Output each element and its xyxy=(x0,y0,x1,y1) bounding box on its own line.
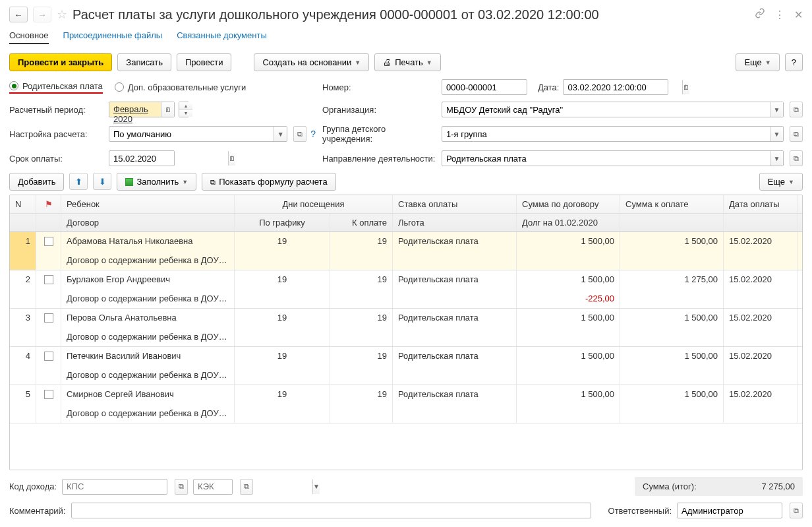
calendar-icon[interactable]: 🗓 xyxy=(161,102,174,117)
comment-input[interactable] xyxy=(72,503,591,518)
col-to-pay[interactable]: К оплате xyxy=(330,214,393,232)
tab-main[interactable]: Основное xyxy=(9,30,49,44)
kps-input[interactable] xyxy=(63,480,181,494)
col-child[interactable]: Ребенок xyxy=(61,195,235,213)
col-rate[interactable]: Ставка оплаты xyxy=(393,195,517,213)
settings-input[interactable] xyxy=(109,127,274,141)
group-label: Группа детского учреждения: xyxy=(322,124,438,144)
main-grid: N ⚑ Ребенок Дни посещения Ставка оплаты … xyxy=(9,195,803,470)
radio-extra-services[interactable]: Доп. образовательные услуги xyxy=(115,82,246,92)
radio-parent-fee[interactable]: Родительская плата xyxy=(9,81,103,94)
close-icon[interactable]: ✕ xyxy=(794,9,803,21)
open-external-icon[interactable] xyxy=(293,126,306,142)
dropdown-icon[interactable]: ▼ xyxy=(312,480,320,494)
nav-back-button[interactable]: ← xyxy=(9,7,28,22)
post-and-close-button[interactable]: Провести и закрыть xyxy=(9,53,112,71)
group-input[interactable] xyxy=(442,127,770,141)
row-sum-pay: 1 500,00 xyxy=(620,385,724,404)
row-checkbox[interactable] xyxy=(36,385,61,404)
total-box: Сумма (итог): 7 275,00 xyxy=(635,477,803,496)
activity-input[interactable] xyxy=(442,151,770,166)
table-row[interactable]: 1Абрамова Наталья Николаевна1919Родитель… xyxy=(10,232,802,270)
print-button[interactable]: Печать▼ xyxy=(374,53,441,71)
move-down-button[interactable]: ⬇ xyxy=(93,173,111,190)
row-child: Смирнов Сергей Иванович xyxy=(61,385,235,404)
org-input[interactable] xyxy=(442,102,770,117)
calendar-icon[interactable]: 🗓 xyxy=(228,151,235,166)
table-row[interactable]: 4Петечкин Василий Иванович1919Родительск… xyxy=(10,347,802,385)
row-sched: 19 xyxy=(235,232,330,251)
more-button[interactable]: Еще▼ xyxy=(736,53,779,71)
open-external-icon[interactable] xyxy=(175,479,188,495)
date-input[interactable] xyxy=(564,80,682,94)
print-icon xyxy=(383,57,392,67)
row-rate: Родительская плата xyxy=(393,347,517,366)
show-formula-button[interactable]: Показать формулу расчета xyxy=(202,173,335,191)
caret-down-icon: ▼ xyxy=(182,179,188,185)
row-checkbox[interactable] xyxy=(36,309,61,328)
link-icon[interactable] xyxy=(755,8,765,21)
col-days[interactable]: Дни посещения xyxy=(235,195,393,213)
row-number: 1 xyxy=(10,232,36,251)
table-row[interactable]: 2Бурлаков Егор Андреевич1919Родительская… xyxy=(10,270,802,309)
radio-unchecked-icon xyxy=(115,82,124,92)
col-pay-date[interactable]: Дата оплаты xyxy=(724,195,798,213)
responsible-input[interactable] xyxy=(678,503,796,518)
row-checkbox[interactable] xyxy=(36,270,61,290)
row-debt xyxy=(517,251,620,270)
row-topay: 19 xyxy=(330,347,393,366)
row-debt xyxy=(517,404,620,423)
period-input[interactable]: Февраль 2020 xyxy=(109,102,161,117)
tab-linked-documents[interactable]: Связанные документы xyxy=(177,30,267,44)
help-button[interactable]: ? xyxy=(785,53,803,71)
row-sum-contract: 1 500,00 xyxy=(517,309,620,328)
org-label: Организация: xyxy=(322,105,438,115)
kek-input[interactable] xyxy=(194,480,312,494)
row-contract: Договор о содержании ребенка в ДОУ… xyxy=(61,404,235,423)
col-benefit[interactable]: Льгота xyxy=(393,214,517,232)
row-number: 3 xyxy=(10,309,36,328)
dropdown-icon[interactable]: ▼ xyxy=(770,102,783,117)
dropdown-icon[interactable]: ▼ xyxy=(770,151,783,166)
row-sum-pay: 1 500,00 xyxy=(620,347,724,366)
dropdown-icon[interactable]: ▼ xyxy=(770,127,783,141)
col-sum-pay[interactable]: Сумма к оплате xyxy=(620,195,724,213)
spinner-down-icon[interactable]: ▼ xyxy=(179,109,192,117)
row-checkbox[interactable] xyxy=(36,232,61,251)
create-based-button[interactable]: Создать на основании▼ xyxy=(254,53,369,71)
table-row[interactable]: 5Смирнов Сергей Иванович1919Родительская… xyxy=(10,385,802,423)
menu-dots-icon[interactable]: ⋮ xyxy=(774,9,785,21)
spinner-up-icon[interactable]: ▲ xyxy=(179,102,192,109)
col-schedule[interactable]: По графику xyxy=(235,214,330,232)
favorite-icon[interactable]: ☆ xyxy=(57,7,67,22)
open-external-icon[interactable] xyxy=(240,479,253,495)
dropdown-icon[interactable]: ▼ xyxy=(274,127,287,141)
tab-attached-files[interactable]: Присоединенные файлы xyxy=(63,30,163,44)
save-button[interactable]: Записать xyxy=(117,53,171,71)
add-row-button[interactable]: Добавить xyxy=(9,173,64,191)
fill-button[interactable]: Заполнить▼ xyxy=(117,173,196,191)
help-icon[interactable]: ? xyxy=(310,129,316,139)
col-check[interactable]: ⚑ xyxy=(36,195,61,213)
row-topay: 19 xyxy=(330,270,393,290)
nav-forward-button[interactable]: → xyxy=(33,7,51,22)
table-row[interactable]: 3Перова Ольга Анатольевна1919Родительска… xyxy=(10,309,802,347)
row-number: 5 xyxy=(10,385,36,404)
col-n[interactable]: N xyxy=(10,195,36,213)
open-external-icon[interactable] xyxy=(790,126,803,142)
row-rate: Родительская плата xyxy=(393,385,517,404)
row-number: 2 xyxy=(10,270,36,290)
open-external-icon[interactable] xyxy=(790,150,803,166)
flag-icon: ⚑ xyxy=(45,199,53,209)
row-checkbox[interactable] xyxy=(36,347,61,366)
calendar-icon[interactable]: 🗓 xyxy=(682,80,689,94)
col-sum-contract[interactable]: Сумма по договору xyxy=(517,195,620,213)
open-external-icon[interactable] xyxy=(790,102,803,117)
col-debt[interactable]: Долг на 01.02.2020 xyxy=(517,214,620,232)
move-up-button[interactable]: ⬆ xyxy=(69,173,88,190)
open-external-icon[interactable] xyxy=(790,503,803,518)
post-button[interactable]: Провести xyxy=(177,53,232,71)
table-more-button[interactable]: Еще▼ xyxy=(759,173,803,191)
due-input[interactable] xyxy=(109,151,228,166)
col-contract[interactable]: Договор xyxy=(61,214,235,232)
